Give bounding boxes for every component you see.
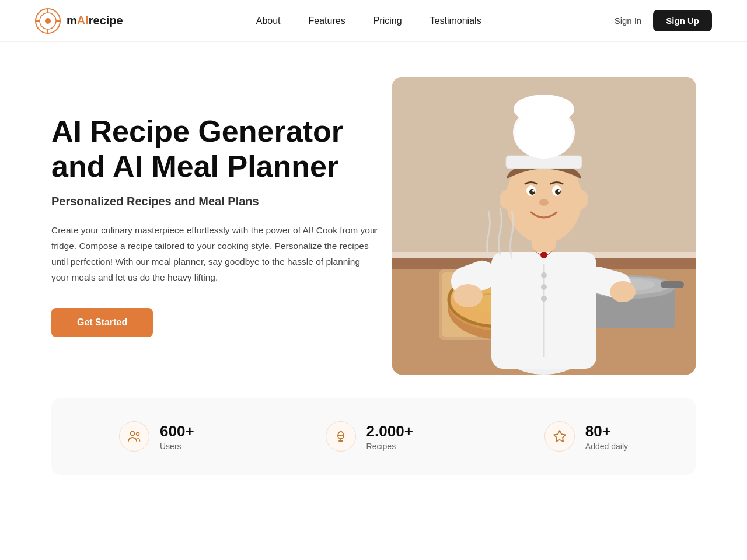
daily-stat-info: 80+ Added daily xyxy=(585,422,628,451)
logo[interactable]: mAIrecipe xyxy=(35,8,123,34)
stat-divider-1 xyxy=(260,422,260,451)
stat-divider-2 xyxy=(479,422,479,451)
nav-features[interactable]: Features xyxy=(309,16,345,26)
svg-point-32 xyxy=(540,251,547,258)
recipes-icon xyxy=(326,421,356,452)
svg-point-47 xyxy=(574,190,588,209)
hero-subtitle: Personalized Recipes and Meal Plans xyxy=(51,195,378,208)
svg-marker-54 xyxy=(554,430,566,442)
svg-point-44 xyxy=(558,190,560,192)
hero-description: Create your culinary masterpiece effortl… xyxy=(51,222,378,286)
svg-point-43 xyxy=(532,190,535,192)
svg-point-52 xyxy=(131,432,135,436)
recipes-count: 2.000+ xyxy=(366,422,413,440)
hero-image xyxy=(392,77,696,374)
users-icon xyxy=(119,421,149,452)
svg-rect-22 xyxy=(661,281,684,288)
recipes-label: Recipes xyxy=(366,442,413,451)
svg-point-2 xyxy=(45,18,51,24)
hero-content: AI Recipe Generator and AI Meal Planner … xyxy=(51,114,378,337)
svg-point-51 xyxy=(514,94,574,124)
svg-point-36 xyxy=(610,281,636,302)
nav-about[interactable]: About xyxy=(256,16,281,26)
stat-daily: 80+ Added daily xyxy=(544,421,628,452)
svg-point-45 xyxy=(539,199,549,206)
stat-recipes: 2.000+ Recipes xyxy=(326,421,413,452)
daily-icon xyxy=(544,421,575,452)
svg-point-28 xyxy=(541,272,547,278)
hero-section: AI Recipe Generator and AI Meal Planner … xyxy=(0,42,747,398)
daily-label: Added daily xyxy=(585,442,628,451)
chef-illustration xyxy=(392,77,696,374)
svg-point-53 xyxy=(137,433,139,436)
svg-point-41 xyxy=(529,189,535,195)
svg-point-46 xyxy=(500,190,514,209)
navbar: mAIrecipe About Features Pricing Testimo… xyxy=(0,0,747,42)
nav-pricing[interactable]: Pricing xyxy=(374,16,402,26)
users-count: 600+ xyxy=(160,422,194,440)
logo-text: mAIrecipe xyxy=(67,14,123,27)
hero-title: AI Recipe Generator and AI Meal Planner xyxy=(51,114,378,184)
stats-bar: 600+ Users 2.000+ Recipes 80+ Added dail… xyxy=(51,398,696,475)
users-stat-info: 600+ Users xyxy=(160,422,194,451)
sign-in-link[interactable]: Sign In xyxy=(615,16,642,26)
nav-links: About Features Pricing Testimonials xyxy=(256,16,481,26)
svg-point-29 xyxy=(541,284,547,290)
svg-point-30 xyxy=(541,296,547,302)
svg-point-42 xyxy=(555,189,561,195)
daily-count: 80+ xyxy=(585,422,628,440)
get-started-button[interactable]: Get Started xyxy=(51,308,153,337)
stat-users: 600+ Users xyxy=(119,421,194,452)
users-label: Users xyxy=(160,442,194,451)
sign-up-button[interactable]: Sign Up xyxy=(653,10,712,32)
nav-auth: Sign In Sign Up xyxy=(615,10,712,32)
svg-point-35 xyxy=(453,284,483,307)
nav-testimonials[interactable]: Testimonials xyxy=(430,16,481,26)
logo-icon xyxy=(35,8,61,34)
recipes-stat-info: 2.000+ Recipes xyxy=(366,422,413,451)
